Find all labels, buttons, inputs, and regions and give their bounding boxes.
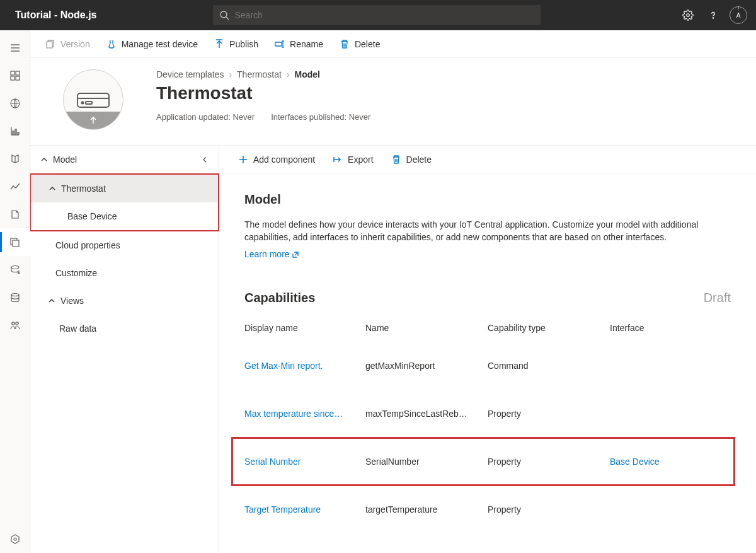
- chevron-up-icon: [40, 156, 48, 163]
- analytics-icon[interactable]: [0, 117, 30, 145]
- svg-point-33: [82, 102, 84, 104]
- svg-point-22: [15, 322, 18, 325]
- settings-icon[interactable]: [675, 3, 701, 28]
- learn-more-link[interactable]: Learn more: [244, 249, 299, 259]
- tree-item-thermostat[interactable]: Thermostat: [31, 175, 218, 202]
- export-button[interactable]: Export: [326, 151, 379, 168]
- model-heading: Model: [244, 192, 731, 207]
- left-rail: [0, 30, 30, 553]
- capability-display-name[interactable]: Max temperature since…: [244, 409, 365, 419]
- version-button[interactable]: Version: [39, 35, 96, 53]
- svg-rect-15: [15, 129, 16, 134]
- capability-display-name[interactable]: Serial Number: [244, 457, 365, 467]
- settings-rail-icon[interactable]: [0, 525, 30, 553]
- tree-item-views[interactable]: Views: [30, 287, 219, 315]
- content-delete-button[interactable]: Delete: [385, 151, 438, 168]
- model-tree: Model Thermostat Base Device Cloud prope…: [30, 146, 219, 553]
- tree-item-base-device[interactable]: Base Device: [31, 202, 218, 230]
- svg-point-20: [11, 294, 19, 296]
- svg-rect-18: [13, 240, 19, 247]
- draft-badge: Draft: [704, 291, 731, 305]
- tree-item-raw-data[interactable]: Raw data: [30, 315, 219, 342]
- chevron-up-icon: [49, 185, 56, 192]
- storage-icon[interactable]: [0, 284, 30, 311]
- page-header: Device templates › Thermostat › Model Th…: [30, 58, 756, 146]
- account-avatar[interactable]: A: [726, 3, 751, 28]
- svg-point-3: [713, 18, 713, 18]
- svg-point-19: [11, 266, 19, 269]
- svg-rect-34: [86, 102, 92, 104]
- dashboard-icon[interactable]: [0, 62, 30, 90]
- manage-test-device-button[interactable]: Manage test device: [100, 35, 204, 53]
- command-bar: Version Manage test device Publish Renam…: [30, 30, 756, 58]
- svg-rect-9: [11, 76, 14, 80]
- svg-rect-14: [13, 131, 14, 134]
- help-icon[interactable]: [701, 3, 726, 28]
- breadcrumb: Device templates › Thermostat › Model: [156, 69, 756, 79]
- svg-rect-16: [18, 132, 19, 134]
- interfaces-published-status: Interfaces published: Never: [271, 112, 370, 122]
- model-description: The model defines how your device intera…: [244, 218, 731, 244]
- breadcrumb-current: Model: [295, 69, 320, 79]
- app-updated-status: Application updated: Never: [156, 112, 255, 122]
- table-row[interactable]: Target Temperature targetTemperature Pro…: [244, 486, 731, 533]
- svg-rect-32: [77, 93, 109, 107]
- capabilities-heading: Capabilities: [244, 291, 315, 305]
- trend-icon[interactable]: [0, 173, 30, 201]
- top-bar: Tutorial - Node.js A: [0, 0, 756, 30]
- search-icon: [219, 10, 229, 20]
- chevron-up-icon: [48, 297, 55, 305]
- rules-icon[interactable]: [0, 145, 30, 173]
- svg-point-0: [220, 11, 227, 18]
- hamburger-icon[interactable]: [0, 34, 30, 62]
- capability-display-name[interactable]: Get Max-Min report.: [244, 361, 365, 371]
- external-link-icon: [292, 251, 299, 259]
- delete-button[interactable]: Delete: [333, 35, 386, 53]
- rename-button[interactable]: Rename: [268, 35, 329, 53]
- device-templates-icon[interactable]: [0, 228, 30, 256]
- breadcrumb-mid[interactable]: Thermostat: [237, 69, 282, 79]
- jobs-icon[interactable]: [0, 201, 30, 228]
- tree-root-model[interactable]: Model: [30, 146, 219, 173]
- svg-rect-10: [16, 76, 20, 80]
- tree-item-cloud-properties[interactable]: Cloud properties: [30, 231, 219, 259]
- svg-rect-8: [16, 71, 20, 75]
- table-row-highlighted[interactable]: Serial Number SerialNumber Property Base…: [232, 438, 735, 486]
- svg-rect-28: [275, 42, 282, 46]
- capability-display-name[interactable]: Target Temperature: [244, 504, 365, 515]
- globe-icon[interactable]: [0, 90, 30, 117]
- device-template-icon: [63, 69, 123, 130]
- svg-point-21: [11, 322, 14, 325]
- publish-button[interactable]: Publish: [208, 35, 265, 53]
- tree-item-customize[interactable]: Customize: [30, 259, 219, 287]
- app-title: Tutorial - Node.js: [15, 9, 96, 21]
- page-title: Thermostat: [156, 83, 756, 103]
- table-row[interactable]: Get Max-Min report. getMaxMinReport Comm…: [244, 342, 731, 390]
- search-input[interactable]: [234, 10, 534, 20]
- global-search[interactable]: [213, 5, 541, 25]
- svg-point-24: [14, 538, 16, 540]
- administration-icon[interactable]: [0, 311, 30, 339]
- svg-rect-25: [47, 42, 52, 48]
- content-command-bar: Add component Export Delete: [219, 146, 756, 173]
- svg-rect-7: [11, 71, 14, 75]
- svg-point-2: [687, 14, 690, 17]
- chevron-left-icon[interactable]: [201, 156, 209, 163]
- capabilities-table: Display name Name Capability type Interf…: [244, 314, 731, 533]
- breadcrumb-root[interactable]: Device templates: [156, 69, 224, 79]
- svg-marker-23: [11, 535, 19, 544]
- capability-interface-link[interactable]: Base Device: [610, 457, 698, 467]
- table-row[interactable]: Max temperature since… maxTempSinceLastR…: [244, 390, 731, 438]
- add-component-button[interactable]: Add component: [232, 151, 321, 168]
- content-area: Add component Export Delete Model The mo…: [219, 146, 756, 553]
- table-header: Display name Name Capability type Interf…: [244, 314, 731, 342]
- data-export-icon[interactable]: [0, 256, 30, 284]
- svg-line-1: [226, 17, 229, 20]
